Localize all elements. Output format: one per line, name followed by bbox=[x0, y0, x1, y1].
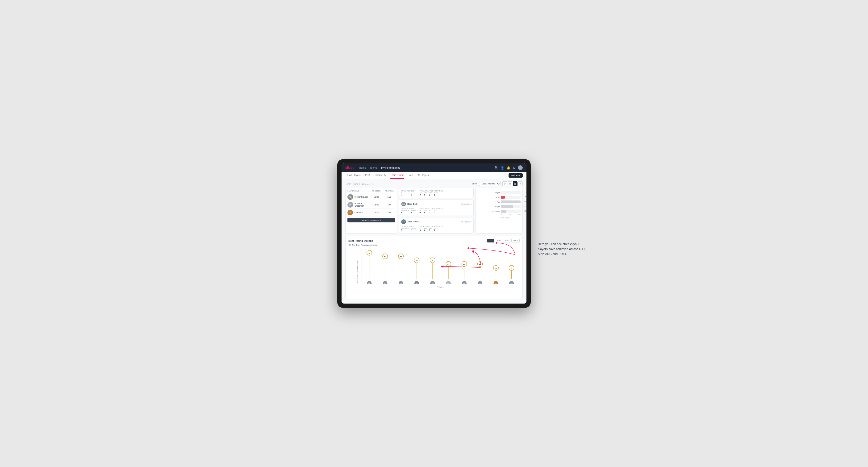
bar-fill bbox=[501, 200, 521, 203]
grid-view-icon[interactable]: ⊞ bbox=[502, 181, 507, 186]
svg-text:EE: EE bbox=[368, 283, 370, 284]
bar-fill bbox=[501, 210, 506, 213]
bar-item: D. Bogeys + 131 bbox=[489, 210, 521, 213]
card-view-icon[interactable]: ▦ bbox=[513, 181, 518, 186]
tab-team-clippd[interactable]: Team Clippd bbox=[390, 172, 404, 179]
nav-links: Home Teams My Performance bbox=[359, 166, 490, 169]
stat-sub-row: Tournament 8 Practice 4 bbox=[401, 210, 415, 214]
annotation-text: Here you can see streaks your players ha… bbox=[538, 242, 590, 256]
app-value: 0 bbox=[424, 229, 427, 231]
player-card-header: RB Rees Britt 02 Sep 2023 bbox=[401, 201, 471, 206]
user-icon[interactable]: 👤 bbox=[500, 166, 504, 169]
arg-value: 0 bbox=[429, 229, 432, 231]
nav-home[interactable]: Home bbox=[359, 166, 366, 169]
player-col: 6x DB D. Billingham bbox=[398, 254, 404, 284]
streaks-subtitle: Off The Tee, Fairway Accuracy bbox=[348, 244, 520, 246]
svg-text:CQ: CQ bbox=[510, 283, 513, 284]
avatar: CA 3 bbox=[347, 210, 353, 215]
bar-fill bbox=[501, 196, 505, 198]
filter-ott[interactable]: OTT bbox=[487, 239, 494, 243]
total-practice-label: Total Practice Activities bbox=[420, 225, 443, 227]
svg-text:MM: MM bbox=[479, 283, 481, 284]
time-period-select[interactable]: Last 3 months bbox=[479, 182, 500, 186]
player-col: 7x EE E. Ebert bbox=[367, 250, 372, 284]
stat-sub: ARG 0 bbox=[429, 210, 432, 214]
tab-tour[interactable]: Tour bbox=[408, 172, 413, 179]
players-x-label: Players bbox=[361, 286, 520, 288]
edit-icon[interactable]: ✏ bbox=[372, 183, 374, 185]
svg-text:6x: 6x bbox=[384, 256, 386, 257]
stat-sub-row: Tournament 7 Practice 2 bbox=[401, 228, 415, 231]
ott-value: 0 bbox=[420, 211, 422, 214]
stat-sub: APP 0 bbox=[424, 228, 427, 231]
tab-pgat[interactable]: PGAT Players bbox=[345, 172, 361, 179]
stats-row: Total Rounds Tournament 7 Practice bbox=[401, 225, 471, 231]
rank-badge: 1 bbox=[351, 198, 353, 200]
search-icon[interactable]: 🔍 bbox=[494, 166, 498, 169]
total-practice-label: Total Practice Activities bbox=[420, 208, 443, 210]
leaderboard-card: PLAYER NAME PB SCORE PB AVG SQ RB 1 Rich… bbox=[345, 188, 397, 234]
x-label: 0 bbox=[501, 214, 502, 216]
putt-value: 1 bbox=[434, 194, 437, 196]
pb-avg: 110 bbox=[383, 196, 395, 198]
streaks-section: Best Round Streaks OTT APP ARG PUTT Off … bbox=[345, 236, 523, 299]
bar-track: 96 bbox=[501, 196, 521, 198]
svg-text:4x: 4x bbox=[479, 263, 481, 265]
player-col: 4x EC E. Crossman bbox=[445, 261, 451, 284]
streaks-title: Best Round Streaks bbox=[348, 239, 373, 242]
tab-all-players[interactable]: All Players bbox=[417, 172, 429, 179]
stat-sub: Tournament 7 bbox=[401, 192, 409, 196]
y-axis-label: Best Streak, Fairway Accuracy bbox=[356, 261, 358, 283]
filter-app[interactable]: APP bbox=[495, 239, 502, 243]
filter-putt[interactable]: PUTT bbox=[512, 239, 520, 243]
logo: clippd bbox=[345, 166, 354, 169]
practice-value: 6 bbox=[411, 194, 416, 196]
bell-icon[interactable]: 🔔 bbox=[507, 166, 510, 169]
nav-bar: clippd Home Teams My Performance 🔍 👤 🔔 ⚙… bbox=[342, 163, 526, 172]
total-practice-label: Total Practice Activities bbox=[420, 190, 443, 192]
nav-teams[interactable]: Teams bbox=[370, 166, 377, 169]
svg-text:7x: 7x bbox=[368, 252, 370, 254]
player-card-header: JC Josh Coles 26 Aug 2023 bbox=[401, 219, 471, 224]
bar-chart: Eagles 3 Birdies bbox=[489, 191, 521, 213]
streak-filters: OTT APP ARG PUTT bbox=[487, 239, 520, 243]
nav-icons: 🔍 👤 🔔 ⚙ U bbox=[494, 165, 523, 170]
filter-arg[interactable]: ARG bbox=[503, 239, 510, 243]
x-label: 200 bbox=[509, 214, 511, 216]
player-col: 6x BM B. McHerg bbox=[382, 254, 388, 284]
bar-label: Pars bbox=[489, 201, 500, 203]
player-info: RB 1 Richard Butler bbox=[347, 194, 369, 200]
player-col: 4x DF D. Ford bbox=[462, 261, 467, 284]
tab-pga[interactable]: PGA bbox=[365, 172, 371, 179]
nav-my-performance[interactable]: My Performance bbox=[381, 166, 400, 169]
streaks-svg: 0 2 4 6 8 7x bbox=[361, 249, 520, 284]
team-title-area: Team Clippd | 14 Players ✏ bbox=[345, 182, 374, 186]
team-title: Team Clippd | 14 Players ✏ bbox=[345, 183, 374, 185]
add-team-button[interactable]: Add Team bbox=[508, 173, 523, 178]
bar-item: Bogeys 311 bbox=[489, 205, 521, 208]
stat-group: Total Practice Activities OTT 0 APP bbox=[420, 208, 443, 214]
total-rounds-label: Total Rounds bbox=[401, 208, 415, 210]
tab-hcaps[interactable]: Hcaps 1-5 bbox=[375, 172, 386, 179]
stat-sub: Practice 6 bbox=[411, 192, 416, 196]
player-date: 02 Sep 2023 bbox=[461, 203, 471, 205]
col-pb-avg: PB AVG SQ bbox=[383, 190, 395, 192]
avatar[interactable]: U bbox=[518, 165, 523, 170]
avatar: JC bbox=[401, 219, 406, 224]
streaks-chart: Best Streak, Fairway Accuracy 0 2 4 6 bbox=[348, 249, 520, 296]
stat-sub: OTT 0 bbox=[420, 210, 422, 214]
settings-icon[interactable]: ⚙ bbox=[513, 166, 516, 169]
stat-sub: PUTT 0 bbox=[434, 210, 437, 214]
app-value: 0 bbox=[424, 194, 427, 196]
stat-sub-row: OTT 0 APP 0 ARG bbox=[420, 192, 443, 196]
expand-view-icon[interactable]: ⇅ bbox=[518, 181, 523, 186]
bar-label: Birdies bbox=[489, 196, 500, 198]
pb-score: 17/20 bbox=[369, 211, 383, 214]
player-card-name: JC Josh Coles bbox=[401, 219, 418, 224]
view-leaderboard-button[interactable]: View Full Leaderboard bbox=[347, 218, 395, 222]
stat-group: Total Practice Activities OTT 0 APP bbox=[420, 225, 443, 231]
tournament-value: 7 bbox=[401, 229, 409, 231]
list-view-icon[interactable]: ☰ bbox=[507, 181, 512, 186]
player-name: Rees Britt bbox=[407, 203, 417, 205]
svg-text:4x: 4x bbox=[463, 263, 465, 265]
